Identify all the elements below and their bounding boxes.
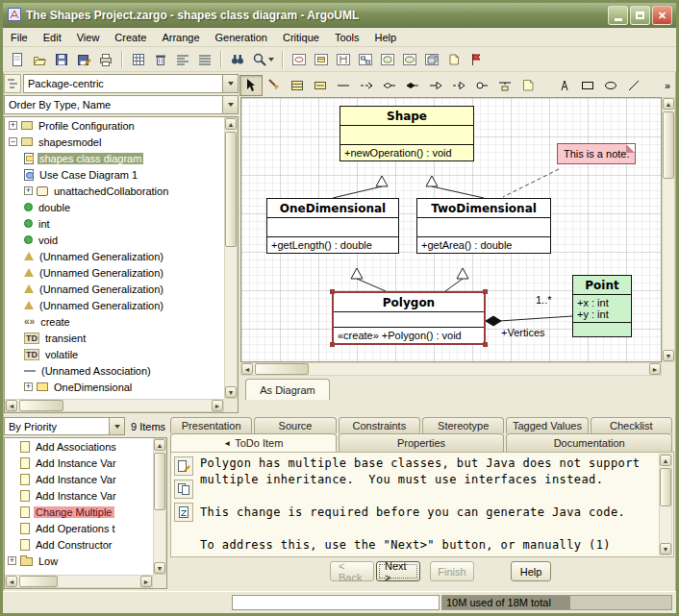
dependency-tool-button[interactable] bbox=[355, 75, 378, 96]
menu-file[interactable]: File bbox=[3, 28, 36, 47]
object-tool-button[interactable] bbox=[309, 75, 332, 96]
tree-item[interactable]: int bbox=[5, 215, 224, 232]
tab-constraints[interactable]: Constraints bbox=[339, 417, 420, 433]
todo-item[interactable]: Add Constructor bbox=[5, 536, 153, 553]
tree-item[interactable]: −shapesmodel bbox=[5, 134, 224, 150]
new-usecase-diagram-button[interactable] bbox=[288, 49, 310, 70]
menu-help[interactable]: Help bbox=[367, 28, 405, 47]
todo-item[interactable]: Add Instance Var bbox=[5, 455, 153, 471]
open-project-button[interactable] bbox=[28, 49, 50, 70]
tab-stereotype[interactable]: Stereotype bbox=[422, 417, 504, 433]
scrollbar-thumb[interactable] bbox=[663, 111, 674, 179]
help-button[interactable]: Help bbox=[511, 561, 551, 581]
generalization-tool-button[interactable] bbox=[424, 75, 447, 96]
expand-toggle[interactable]: + bbox=[8, 556, 16, 565]
todo-item[interactable]: Add Operations t bbox=[5, 520, 153, 536]
menu-arrange[interactable]: Arrange bbox=[154, 28, 207, 47]
menu-view[interactable]: View bbox=[69, 28, 108, 47]
scrollbar-track[interactable] bbox=[253, 363, 649, 375]
tree-item[interactable]: +OneDimensional bbox=[5, 379, 224, 395]
tree-item[interactable]: +Profile Configuration bbox=[5, 117, 224, 134]
uml-class-polygon-selected[interactable]: Polygon «create» +Polygon() : void bbox=[332, 291, 486, 345]
scroll-up-button[interactable]: ▲ bbox=[663, 98, 674, 110]
explorer-horizontal-scrollbar[interactable]: ◄ ► bbox=[5, 399, 224, 412]
scrollbar-track[interactable] bbox=[663, 110, 674, 350]
status-field[interactable] bbox=[232, 595, 440, 610]
scroll-left-button[interactable]: ◄ bbox=[6, 400, 17, 411]
tree-item[interactable]: Use Case Diagram 1 bbox=[5, 166, 224, 183]
scroll-down-button[interactable]: ▼ bbox=[660, 543, 671, 554]
new-project-button[interactable] bbox=[6, 49, 28, 70]
collapse-toggle[interactable]: − bbox=[9, 137, 17, 146]
select-tool-button[interactable] bbox=[239, 75, 263, 96]
tree-item[interactable]: «»create bbox=[5, 313, 224, 330]
scrollbar-track[interactable] bbox=[17, 576, 140, 587]
aggregation-tool-button[interactable] bbox=[378, 75, 401, 96]
back-button[interactable]: < Back bbox=[330, 561, 374, 581]
scroll-right-button[interactable]: ► bbox=[649, 363, 661, 375]
diagram-canvas[interactable]: Shape +newOperation() : void OneDimensio… bbox=[240, 97, 662, 362]
selection-handle[interactable] bbox=[330, 289, 335, 294]
tab-tagged-values[interactable]: Tagged Values bbox=[506, 417, 588, 433]
text-tool-button[interactable] bbox=[553, 75, 576, 96]
menu-create[interactable]: Create bbox=[107, 28, 154, 47]
menu-critique[interactable]: Critique bbox=[275, 28, 327, 47]
uml-class-twodimensional[interactable]: TwoDimensional +getArea() : double bbox=[416, 198, 551, 254]
menu-edit[interactable]: Edit bbox=[36, 28, 69, 47]
select-all-button[interactable] bbox=[127, 49, 149, 70]
scroll-right-button[interactable]: ► bbox=[140, 576, 152, 587]
save-project-as-button[interactable] bbox=[72, 49, 94, 70]
scrollbar-thumb[interactable] bbox=[19, 400, 63, 411]
new-todo-item-button[interactable] bbox=[465, 49, 487, 70]
scroll-up-button[interactable]: ▲ bbox=[225, 118, 237, 130]
new-class-diagram-button[interactable] bbox=[310, 49, 332, 70]
toolbar-overflow-button[interactable]: » bbox=[659, 80, 676, 91]
scrollbar-track[interactable] bbox=[17, 400, 212, 411]
scrollbar-thumb[interactable] bbox=[225, 132, 237, 247]
minimize-button[interactable] bbox=[608, 6, 628, 25]
new-activity-diagram-button[interactable] bbox=[398, 49, 420, 70]
selection-handle[interactable] bbox=[330, 342, 335, 347]
new-statechart-diagram-button[interactable] bbox=[376, 49, 398, 70]
next-button[interactable]: Next > bbox=[376, 561, 420, 581]
zoom-button[interactable] bbox=[248, 49, 277, 70]
rectangle-tool-button[interactable] bbox=[576, 75, 599, 96]
line-tool-button[interactable] bbox=[622, 75, 645, 96]
association-multiplicity-label[interactable]: 1..* bbox=[536, 294, 552, 306]
scroll-down-button[interactable]: ▼ bbox=[225, 386, 237, 398]
tree-item[interactable]: void bbox=[5, 232, 224, 248]
combo-arrow-icon[interactable] bbox=[222, 96, 238, 113]
scrollbar-track[interactable] bbox=[660, 466, 671, 543]
expand-toggle[interactable]: + bbox=[24, 186, 33, 195]
combo-arrow-icon[interactable] bbox=[222, 75, 238, 92]
todo-item[interactable]: Add Instance Var bbox=[5, 487, 153, 504]
combo-arrow-icon[interactable] bbox=[109, 418, 124, 434]
tree-item[interactable]: (Unnamed Generalization) bbox=[5, 281, 224, 297]
canvas-horizontal-scrollbar[interactable]: ◄ ► bbox=[240, 362, 662, 376]
tree-item[interactable]: (Unnamed Generalization) bbox=[5, 297, 224, 313]
finish-button[interactable]: Finish bbox=[430, 561, 474, 581]
selection-handle[interactable] bbox=[483, 289, 488, 294]
configure-perspectives-button[interactable] bbox=[4, 74, 21, 93]
tab-checklist[interactable]: Checklist bbox=[591, 417, 672, 433]
scrollbar-thumb[interactable] bbox=[660, 468, 671, 506]
tree-item[interactable]: TDvolatile bbox=[5, 346, 224, 362]
maximize-button[interactable] bbox=[630, 6, 650, 25]
scroll-right-button[interactable]: ► bbox=[212, 400, 223, 411]
todo-item-text[interactable]: Polygon has multiple base classes, but J… bbox=[200, 456, 658, 554]
uml-class-shape[interactable]: Shape +newOperation() : void bbox=[340, 106, 474, 161]
tree-item[interactable]: (Unnamed Association) bbox=[5, 362, 224, 379]
snooze-critic-button[interactable] bbox=[174, 503, 193, 522]
tree-item[interactable]: (Unnamed Generalization) bbox=[5, 264, 224, 281]
todo-vertical-scrollbar[interactable]: ▲ ▼ bbox=[153, 438, 166, 575]
tree-item[interactable]: (Unnamed Generalization) bbox=[5, 248, 224, 264]
todo-text-vertical-scrollbar[interactable]: ▲ ▼ bbox=[659, 454, 672, 555]
tab-todo-item[interactable]: ◄ToDo Item bbox=[170, 433, 337, 452]
scrollbar-thumb[interactable] bbox=[154, 453, 165, 510]
todo-horizontal-scrollbar[interactable]: ◄ ► bbox=[5, 575, 153, 588]
scrollbar-track[interactable] bbox=[225, 130, 237, 386]
tab-properties[interactable]: Properties bbox=[339, 433, 505, 452]
tab-presentation[interactable]: Presentation bbox=[170, 417, 252, 433]
expand-toggle[interactable]: + bbox=[24, 382, 33, 391]
uml-class-point[interactable]: Point +x : int +y : int bbox=[572, 275, 632, 337]
